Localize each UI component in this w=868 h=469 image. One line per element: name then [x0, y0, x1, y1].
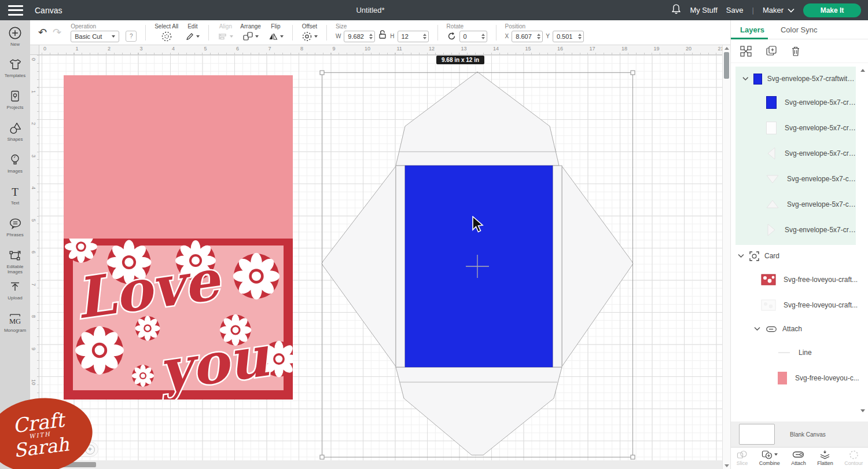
- layer-row[interactable]: Card: [731, 245, 868, 267]
- canvas-viewport[interactable]: Love you: [39, 55, 722, 460]
- layer-label: Svg-envelope-5x7-craft...: [785, 226, 856, 234]
- list-scroll-up-icon[interactable]: [860, 69, 865, 72]
- envelope-right-flap[interactable]: [562, 166, 633, 367]
- offset-button[interactable]: [301, 31, 318, 42]
- scroll-up-arrow-icon[interactable]: [724, 47, 729, 50]
- sidebar-item-phrases[interactable]: Phrases: [0, 217, 30, 248]
- rotate-icon[interactable]: [447, 31, 457, 41]
- layer-row[interactable]: Svg-free-loveyou-craft...: [731, 267, 868, 292]
- sidebar-item-shapes[interactable]: Shapes: [0, 121, 30, 153]
- scroll-down-arrow-icon[interactable]: [724, 464, 729, 467]
- layer-row[interactable]: Svg-envelope-5x7-craft...: [735, 141, 856, 166]
- card-top-panel[interactable]: [64, 75, 293, 239]
- flatten-button[interactable]: Flatten: [817, 449, 833, 466]
- layer-row[interactable]: Svg-envelope-5x7-craft...: [735, 90, 856, 115]
- chevron-down-icon[interactable]: [738, 254, 744, 258]
- selection-handle-top-right[interactable]: [631, 71, 635, 75]
- unlock-icon[interactable]: [378, 29, 387, 39]
- layer-row[interactable]: Svg-envelope-5x7-craft...: [735, 166, 856, 192]
- layer-label: Line: [799, 349, 812, 357]
- rotate-stepper[interactable]: [481, 34, 485, 39]
- selection-handle-bottom-left[interactable]: [320, 455, 324, 459]
- combine-button[interactable]: Combine: [759, 449, 780, 466]
- layer-row[interactable]: Svg-envelope-5x7-craft...: [735, 115, 856, 141]
- chevron-down-icon[interactable]: [742, 76, 748, 81]
- layer-color-swatch[interactable]: [753, 74, 762, 85]
- select-all-icon: [161, 31, 172, 42]
- align-group: Align: [218, 23, 233, 42]
- sidebar-item-templates[interactable]: Templates: [0, 57, 30, 89]
- make-it-button[interactable]: Make It: [803, 3, 861, 17]
- flip-button[interactable]: [268, 31, 284, 42]
- mouse-cursor: [472, 216, 484, 233]
- arrange-button[interactable]: [242, 31, 259, 42]
- height-stepper[interactable]: [423, 34, 426, 39]
- tab-layers[interactable]: Layers: [740, 25, 764, 34]
- vertical-scrollbar[interactable]: [722, 45, 730, 469]
- contour-button[interactable]: Contour: [844, 449, 863, 466]
- layer-row[interactable]: Svg-envelope-5x7-craft...: [735, 217, 856, 243]
- card-floral-art[interactable]: Love you: [64, 239, 293, 400]
- menu-icon[interactable]: [8, 5, 23, 16]
- envelope-bottom-flap[interactable]: [396, 367, 562, 455]
- layer-row[interactable]: Svg-envelope-5x7-craft...: [735, 192, 856, 217]
- redo-button[interactable]: ↷: [53, 27, 61, 38]
- operation-select[interactable]: Basic Cut: [71, 31, 119, 42]
- blank-canvas-row[interactable]: Blank Canvas: [731, 422, 868, 447]
- layer-row[interactable]: Svg-envelope-5x7-craftwiths...: [735, 68, 856, 90]
- envelope-left-strip[interactable]: [396, 166, 405, 367]
- workspace: 0123456789101112131415161718192021 01234…: [30, 45, 730, 469]
- width-stepper[interactable]: [369, 34, 373, 39]
- tab-color-sync[interactable]: Color Sync: [781, 25, 818, 34]
- layer-row[interactable]: Line: [731, 340, 868, 365]
- layer-thumbnail: [761, 274, 776, 285]
- select-all-button[interactable]: [161, 31, 172, 42]
- sidebar-item-new[interactable]: New: [0, 25, 30, 57]
- sidebar-item-upload[interactable]: Upload: [0, 280, 30, 312]
- position-y-input[interactable]: 0.501: [553, 31, 584, 42]
- align-button[interactable]: [218, 31, 233, 42]
- position-y-stepper[interactable]: [578, 34, 582, 39]
- edit-button[interactable]: [185, 31, 200, 42]
- selection-handle-top-left[interactable]: [320, 71, 324, 75]
- sidebar-item-projects[interactable]: Projects: [0, 89, 30, 121]
- duplicate-icon[interactable]: [766, 46, 777, 57]
- mixed-color-swatch[interactable]: ?: [126, 31, 137, 42]
- my-stuff-link[interactable]: My Stuff: [690, 6, 717, 14]
- selection-handle-bottom-right[interactable]: [631, 455, 635, 459]
- sidebar-item-images[interactable]: Images: [0, 153, 30, 185]
- ruler-tick-label: 2: [108, 46, 111, 52]
- flatten-icon: [819, 450, 830, 460]
- slice-button[interactable]: Slice: [737, 449, 748, 466]
- sidebar-item-editable-images[interactable]: Editable Images: [0, 248, 30, 280]
- bell-icon[interactable]: [671, 3, 681, 17]
- position-x-input[interactable]: 8.607: [512, 31, 543, 42]
- topbar-separator: |: [752, 6, 753, 14]
- envelope-right-strip[interactable]: [553, 166, 562, 367]
- group-ungroup-icon[interactable]: [740, 46, 752, 57]
- sidebar-item-text[interactable]: T Text: [0, 185, 30, 217]
- document-title[interactable]: Untitled*: [333, 6, 408, 14]
- layer-row[interactable]: Attach: [731, 318, 868, 340]
- layer-row[interactable]: Svg-free-loveyou-craft...: [731, 292, 868, 318]
- ruler-tick-label: 10: [31, 379, 36, 385]
- height-input[interactable]: 12: [398, 31, 429, 42]
- list-scroll-down-icon[interactable]: [860, 409, 865, 412]
- trash-icon[interactable]: [791, 46, 800, 57]
- lightbulb-icon: [8, 153, 22, 167]
- rotate-input[interactable]: 0: [459, 31, 487, 42]
- vertical-scroll-thumb[interactable]: [724, 52, 729, 79]
- envelope-selection[interactable]: [320, 71, 635, 459]
- envelope-left-flap[interactable]: [322, 166, 396, 367]
- save-link[interactable]: Save: [726, 6, 744, 14]
- horizontal-scrollbar[interactable]: [30, 460, 722, 469]
- combine-icon: [762, 450, 773, 460]
- undo-button[interactable]: ↶: [38, 27, 47, 38]
- layer-row[interactable]: Svg-free-loveyou-c...: [731, 365, 868, 391]
- machine-selector[interactable]: Maker: [763, 6, 795, 14]
- attach-button[interactable]: Attach: [791, 449, 806, 466]
- chevron-down-icon[interactable]: [754, 327, 760, 331]
- position-x-stepper[interactable]: [537, 34, 540, 39]
- width-input[interactable]: 9.682: [344, 31, 375, 42]
- sidebar-item-monogram[interactable]: MG Monogram: [0, 312, 30, 344]
